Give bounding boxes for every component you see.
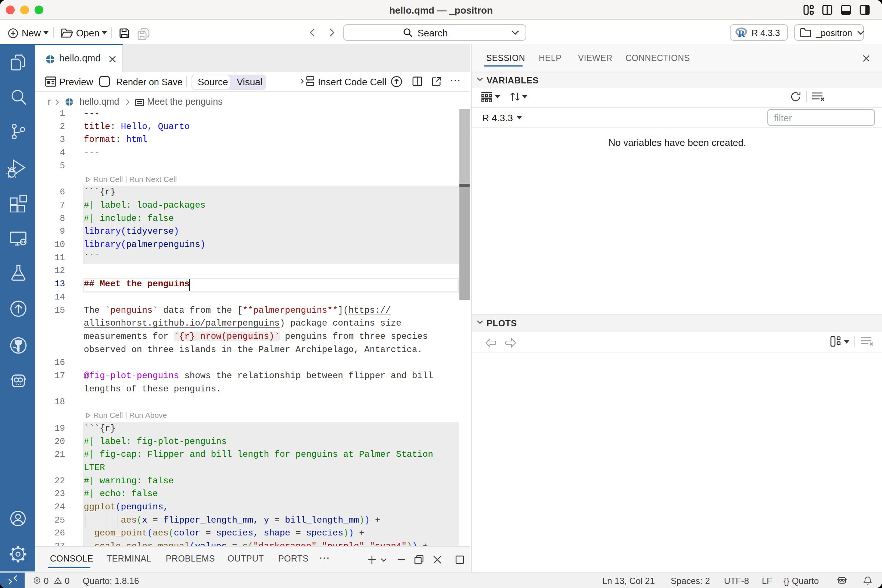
svg-text:R: R — [738, 28, 745, 38]
